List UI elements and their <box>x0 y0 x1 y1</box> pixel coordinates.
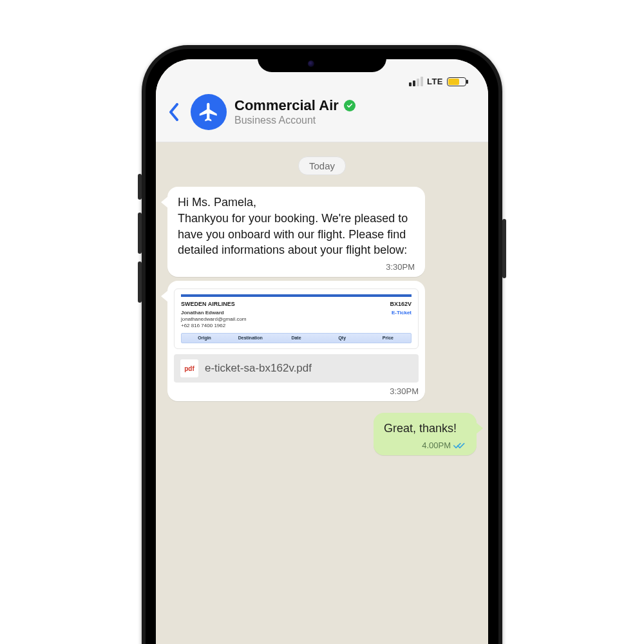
phone-power-button <box>502 219 506 278</box>
contact-name[interactable]: Commercial Air <box>234 97 339 114</box>
phone-side-button <box>138 174 142 200</box>
ticket-columns: Origin Destination Date Qty Price <box>181 333 412 343</box>
ticket-code: BX162V <box>390 301 412 307</box>
pdf-icon: pdf <box>180 359 198 377</box>
cellular-signal-icon <box>409 77 423 86</box>
verified-badge-icon <box>344 100 355 111</box>
message-incoming-attachment[interactable]: SWEDEN AIRLINES BX162V Jonathan Edward j… <box>167 281 477 401</box>
message-time: 3:30PM <box>174 386 419 396</box>
network-type-label: LTE <box>427 77 443 86</box>
message-incoming[interactable]: Hi Ms. Pamela, Thankyou for your booking… <box>167 187 477 277</box>
date-divider: Today <box>298 156 346 175</box>
message-time: 3:30PM <box>178 262 415 272</box>
chat-body[interactable]: Today Hi Ms. Pamela, Thankyou for your b… <box>156 142 488 644</box>
battery-icon <box>447 77 466 86</box>
message-time: 4.00PM <box>422 440 451 450</box>
ticket-passenger-phone: +62 816 7400 1962 <box>181 323 247 329</box>
phone-frame: LTE <box>142 45 502 644</box>
phone-bezel: LTE <box>146 49 498 644</box>
chat-header: Commercial Air Business Account <box>156 89 488 142</box>
message-text: Hi Ms. Pamela, Thankyou for your booking… <box>178 194 415 258</box>
ticket-passenger-name: Jonathan Edward <box>181 310 247 316</box>
back-button[interactable] <box>165 103 183 121</box>
ticket-eticket-label: E-Ticket <box>392 310 412 316</box>
attachment-file[interactable]: pdf e-ticket-sa-bx162v.pdf <box>174 354 419 383</box>
contact-subtitle: Business Account <box>234 114 477 126</box>
phone-volume-down <box>138 261 142 303</box>
read-receipt-icon <box>453 441 466 450</box>
phone-screen: LTE <box>156 59 488 644</box>
phone-notch <box>258 49 386 72</box>
phone-volume-up <box>138 213 142 254</box>
message-text: Great, thanks! <box>384 421 466 437</box>
attachment-filename: e-ticket-sa-bx162v.pdf <box>205 362 312 375</box>
airplane-icon <box>198 101 220 123</box>
ticket-airline: SWEDEN AIRLINES <box>181 301 235 307</box>
ticket-passenger-email: jonathanedward@gmail.com <box>181 316 247 323</box>
attachment-preview[interactable]: SWEDEN AIRLINES BX162V Jonathan Edward j… <box>174 289 419 349</box>
contact-avatar[interactable] <box>191 94 227 130</box>
message-outgoing[interactable]: Great, thanks! 4.00PM <box>167 413 477 455</box>
